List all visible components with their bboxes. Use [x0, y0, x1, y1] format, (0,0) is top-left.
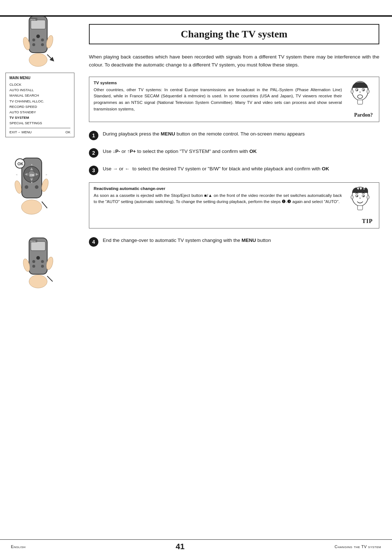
left-sidebar: MENU MAIN MENU CLOCK AUTO INSTALL MANUAL…	[0, 0, 83, 7]
step-2-circle: 2	[89, 148, 98, 158]
svg-point-25	[14, 180, 23, 194]
svg-point-58	[356, 195, 358, 197]
arrow-left-key: ←	[125, 166, 130, 171]
menu-item-record-speed: RECORD SPEED	[9, 104, 70, 109]
footer-language: English	[11, 544, 26, 549]
menu-item-manual-search: MANUAL SEARCH	[9, 93, 70, 98]
svg-point-37	[41, 260, 44, 263]
step-ref-3: ❸	[287, 199, 291, 204]
svg-line-32	[42, 202, 47, 208]
tip-illustration: TIP	[346, 186, 375, 224]
reactivating-content: Reactivating automatic change-over As so…	[94, 186, 342, 206]
step-1-text: During playback press the MENU button on…	[103, 130, 379, 138]
pardon-label: Pardon?	[347, 112, 373, 118]
svg-point-5	[32, 43, 35, 46]
svg-point-51	[358, 95, 363, 98]
step-1-circle: 1	[89, 131, 98, 140]
reactivating-title: Reactivating automatic change-over	[94, 186, 342, 191]
step-3-circle: 3	[89, 166, 98, 175]
menu-item-special: SPECIAL SETTINGS	[9, 120, 70, 126]
menu-item-tv-channel: TV CHANNEL ALLOC.	[9, 98, 70, 104]
reactivating-body: As soon as a cassette is ejected with th…	[94, 193, 342, 206]
ok-key-2: OK	[249, 149, 257, 154]
remote-illustration-top: MENU	[18, 11, 58, 73]
svg-point-50	[363, 89, 364, 91]
menu-item-tv-system: TV SYSTEM	[9, 115, 70, 120]
svg-text:MENU: MENU	[30, 19, 36, 21]
tv-systems-box: TV systems Other countries, other TV sys…	[89, 77, 379, 122]
tv-systems-body: Other countries, other TV systems: In ce…	[94, 87, 342, 113]
svg-line-45	[47, 276, 53, 281]
svg-point-49	[356, 89, 358, 91]
svg-rect-1	[31, 20, 45, 29]
exit-label: EXIT→ MENU	[9, 130, 32, 134]
svg-rect-54	[358, 100, 363, 104]
tip-label: TIP	[347, 218, 373, 224]
remote-illustration-bot: MENU	[18, 232, 58, 294]
svg-point-6	[41, 43, 44, 46]
svg-rect-34	[31, 242, 45, 251]
svg-text:MENU: MENU	[30, 240, 36, 242]
main-content: Changing the TV system When playing back…	[83, 17, 392, 540]
menu-key-4: MENU	[241, 238, 256, 243]
svg-point-4	[41, 39, 44, 41]
menu-box-title: MAIN MENU	[9, 76, 70, 80]
reactivating-box: Reactivating automatic change-over As so…	[89, 182, 379, 228]
p-plus: ↑P+	[127, 149, 136, 154]
menu-item-auto-install: AUTO INSTALL	[9, 87, 70, 93]
step-2: 2 Use ↓P- or ↑P+ to select the option "T…	[89, 147, 379, 158]
svg-text:▲: ▲	[30, 163, 33, 166]
svg-text:OK: OK	[17, 162, 24, 166]
title-box: Changing the TV system	[89, 24, 379, 44]
arrow-right-key: →	[113, 166, 118, 171]
footer-page-number: 41	[176, 542, 184, 551]
svg-rect-62	[358, 206, 363, 210]
step-3-text: Use → or ← to select the desired TV syst…	[103, 165, 379, 173]
svg-line-12	[47, 54, 53, 60]
pardon-illustration: Pardon?	[346, 81, 375, 118]
ok-label: OK	[65, 130, 70, 134]
svg-text:▼: ▼	[30, 181, 33, 184]
footer-chapter: Changing the TV system	[335, 544, 381, 549]
footer: English 41 Changing the TV system	[0, 539, 392, 551]
step-4-text: End the change-over to automatic TV syst…	[103, 236, 379, 244]
menu-key-1: MENU	[161, 131, 175, 137]
menu-exit-row: EXIT→ MENU OK	[9, 130, 70, 134]
remote-illustration-mid: OK OK ◄ ► ▲ ▼	[11, 153, 58, 218]
svg-point-52	[351, 90, 353, 93]
tv-systems-title: TV systems	[94, 81, 342, 85]
svg-point-35	[36, 256, 40, 260]
menu-box-illustration: MAIN MENU CLOCK AUTO INSTALL MANUAL SEAR…	[5, 73, 74, 137]
svg-point-23	[25, 185, 28, 189]
p-minus: ↓P-	[113, 149, 120, 154]
step-ref-1: ❶	[282, 199, 286, 204]
page-title: Changing the TV system	[181, 28, 287, 40]
svg-point-59	[363, 195, 364, 197]
svg-point-44	[29, 275, 47, 288]
svg-text:OK: OK	[30, 173, 35, 177]
svg-point-38	[32, 265, 35, 268]
step-1: 1 During playback press the MENU button …	[89, 130, 379, 140]
svg-point-60	[351, 195, 353, 199]
intro-paragraph: When playing back cassettes which have b…	[89, 53, 379, 69]
menu-divider	[9, 128, 70, 128]
svg-point-11	[29, 53, 47, 66]
svg-point-2	[36, 35, 40, 38]
svg-text:►: ►	[45, 173, 48, 176]
tv-systems-content: TV systems Other countries, other TV sys…	[94, 81, 342, 113]
step-3: 3 Use → or ← to select the desired TV sy…	[89, 165, 379, 175]
svg-point-53	[367, 90, 369, 93]
step-4: 4 End the change-over to automatic TV sy…	[89, 236, 379, 247]
svg-point-24	[35, 185, 38, 189]
menu-item-clock: CLOCK	[9, 82, 70, 87]
menu-item-auto-standby: AUTO STANDBY	[9, 109, 70, 115]
svg-point-36	[32, 260, 35, 263]
ok-key-3: OK	[322, 166, 329, 171]
svg-point-27	[21, 200, 42, 214]
svg-text:◄: ◄	[15, 173, 18, 176]
step-4-circle: 4	[89, 237, 98, 247]
svg-point-39	[41, 265, 44, 268]
step-2-text: Use ↓P- or ↑P+ to select the option "TV …	[103, 147, 379, 155]
svg-point-3	[32, 39, 35, 41]
svg-point-61	[367, 195, 369, 199]
